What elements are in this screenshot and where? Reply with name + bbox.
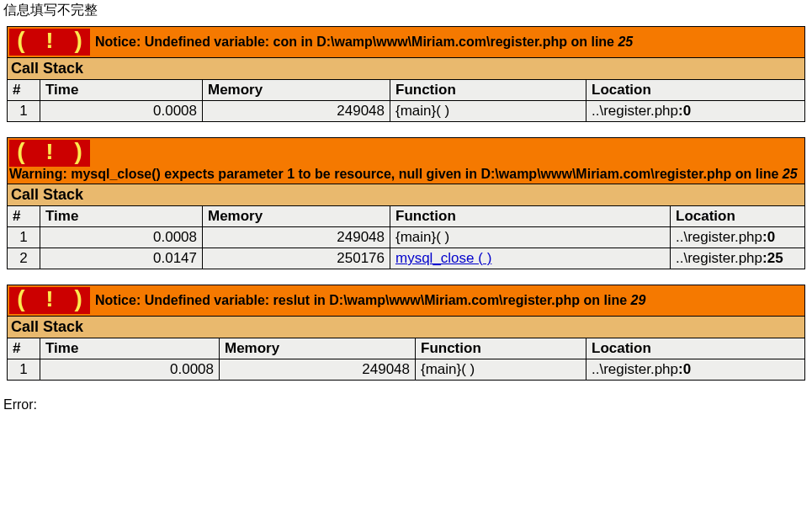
- cell-memory: 250176: [203, 248, 390, 269]
- col-function: Function: [390, 206, 671, 227]
- cell-time: 0.0147: [40, 248, 203, 269]
- error-block: ( ! ) Notice: Undefined variable: con in…: [7, 26, 805, 122]
- cell-time: 0.0008: [40, 359, 220, 381]
- warning-icon: ( ! ): [9, 287, 90, 314]
- cell-memory: 249048: [220, 359, 416, 381]
- callstack-title: Call Stack: [8, 58, 804, 80]
- cell-memory: 249048: [203, 227, 390, 248]
- col-function: Function: [390, 80, 586, 101]
- col-memory: Memory: [203, 80, 390, 101]
- cell-num: 1: [8, 359, 40, 381]
- col-num: #: [8, 206, 40, 227]
- error-line-number: 25: [783, 167, 798, 181]
- cell-num: 1: [8, 101, 40, 122]
- cell-location: ..\register.php:25: [671, 248, 805, 269]
- top-message: 信息填写不完整: [0, 0, 812, 21]
- error-header: ( ! ) Warning: mysql_close() expects par…: [8, 138, 804, 184]
- cell-num: 2: [8, 248, 40, 269]
- cell-function: {main}( ): [390, 101, 586, 122]
- location-line: :25: [762, 250, 783, 266]
- col-function: Function: [416, 338, 586, 359]
- error-message: Notice: Undefined variable: con in D:\wa…: [95, 35, 633, 50]
- col-memory: Memory: [203, 206, 390, 227]
- col-time: Time: [40, 80, 203, 101]
- callstack-title: Call Stack: [8, 184, 804, 206]
- col-location: Location: [586, 80, 805, 101]
- cell-num: 1: [8, 227, 40, 248]
- location-line: :0: [678, 103, 691, 119]
- col-num: #: [8, 80, 40, 101]
- cell-time: 0.0008: [40, 227, 203, 248]
- cell-time: 0.0008: [40, 101, 203, 122]
- cell-function: {main}( ): [390, 227, 671, 248]
- col-time: Time: [40, 338, 220, 359]
- col-time: Time: [40, 206, 203, 227]
- table-row: 20.0147250176mysql_close ( )..\register.…: [8, 248, 804, 269]
- table-row: 10.0008249048{main}( )..\register.php:0: [8, 359, 804, 381]
- error-message: Notice: Undefined variable: reslut in D:…: [95, 293, 645, 308]
- col-num: #: [8, 338, 40, 359]
- warning-icon: ( ! ): [9, 29, 90, 56]
- error-header: ( ! ) Notice: Undefined variable: con in…: [8, 27, 804, 58]
- error-header: ( ! ) Notice: Undefined variable: reslut…: [8, 285, 804, 317]
- error-block: ( ! ) Notice: Undefined variable: reslut…: [7, 285, 805, 381]
- col-location: Location: [671, 206, 805, 227]
- callstack-table: #TimeMemoryFunctionLocation10.0008249048…: [8, 80, 804, 121]
- cell-location: ..\register.php:0: [671, 227, 805, 248]
- warning-icon: ( ! ): [9, 140, 90, 167]
- error-line-number: 25: [618, 35, 633, 49]
- error-block: ( ! ) Warning: mysql_close() expects par…: [7, 137, 805, 269]
- location-line: :0: [762, 229, 775, 245]
- function-link[interactable]: mysql_close ( ): [395, 250, 491, 266]
- cell-memory: 249048: [203, 101, 390, 122]
- error-line-number: 29: [631, 293, 646, 307]
- callstack-table: #TimeMemoryFunctionLocation10.0008249048…: [8, 206, 804, 269]
- bottom-message: Error:: [0, 396, 812, 414]
- cell-location: ..\register.php:0: [586, 359, 805, 381]
- col-location: Location: [586, 338, 805, 359]
- location-line: :0: [678, 361, 691, 377]
- table-row: 10.0008249048{main}( )..\register.php:0: [8, 227, 804, 248]
- callstack-table: #TimeMemoryFunctionLocation10.0008249048…: [8, 338, 804, 380]
- table-row: 10.0008249048{main}( )..\register.php:0: [8, 101, 804, 122]
- error-message: Warning: mysql_close() expects parameter…: [9, 167, 798, 182]
- cell-location: ..\register.php:0: [586, 101, 805, 122]
- cell-function: {main}( ): [416, 359, 586, 381]
- callstack-title: Call Stack: [8, 317, 804, 338]
- col-memory: Memory: [220, 338, 416, 359]
- cell-function[interactable]: mysql_close ( ): [390, 248, 671, 269]
